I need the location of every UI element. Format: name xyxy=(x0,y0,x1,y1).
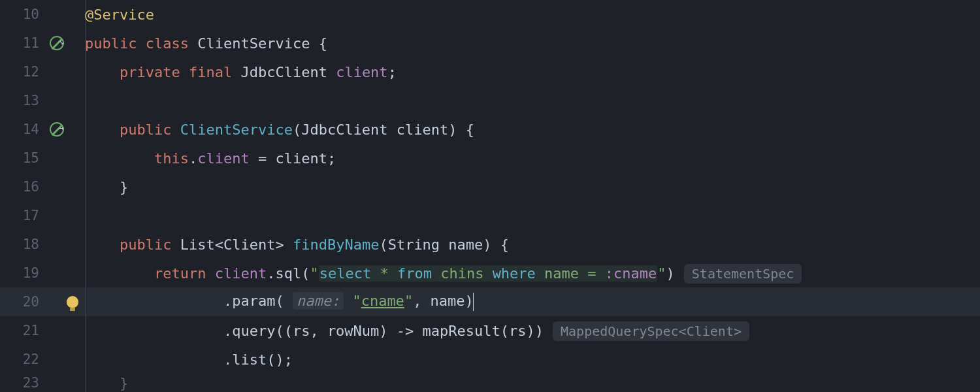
method-call: query xyxy=(232,323,275,339)
code-line[interactable]: 21 .query((rs, rowNum) -> mapResult(rs))… xyxy=(0,316,980,345)
code-text[interactable]: private final JdbcClient client; xyxy=(85,64,980,80)
intention-bulb-icon[interactable] xyxy=(67,296,78,308)
indent xyxy=(85,122,120,138)
field: client xyxy=(215,265,267,282)
code-line[interactable]: 13 xyxy=(0,86,980,115)
field: client xyxy=(197,150,249,167)
code-text[interactable]: .list(); xyxy=(85,351,980,368)
indent xyxy=(85,64,120,80)
brace: } xyxy=(120,179,128,195)
paren: ( xyxy=(379,237,387,253)
code-line[interactable]: 18 public List<Client> findByName(String… xyxy=(0,230,980,259)
type: JdbcClient xyxy=(240,64,327,80)
space xyxy=(344,293,352,309)
gutter-icon-slot[interactable] xyxy=(46,296,85,308)
line-number: 13 xyxy=(0,93,46,108)
code-text[interactable]: public class ClientService { xyxy=(85,35,980,52)
param: client xyxy=(388,122,449,138)
sql-text: name = xyxy=(536,265,605,282)
paren: ) xyxy=(666,265,675,282)
code-line[interactable]: 14 → public ClientService(JdbcClient cli… xyxy=(0,115,980,144)
keyword: class xyxy=(146,35,189,52)
code-text[interactable]: this.client = client; xyxy=(85,150,980,167)
type: String xyxy=(388,237,440,253)
paren-semi: (); xyxy=(267,351,293,368)
space xyxy=(327,64,336,80)
method-name: findByName xyxy=(293,237,379,253)
code-line[interactable]: 10 @Service xyxy=(0,0,980,29)
space xyxy=(206,265,214,282)
code-line[interactable]: 11 ↘ public class ClientService { xyxy=(0,29,980,57)
sql-keyword: select xyxy=(319,265,371,282)
indent xyxy=(85,150,154,167)
paren: ( xyxy=(301,265,310,282)
code-text[interactable]: } xyxy=(85,375,980,391)
line-number: 23 xyxy=(0,375,46,391)
code-text[interactable]: return client.sql("select * from chins w… xyxy=(85,265,980,282)
code-line[interactable]: 16 } xyxy=(0,172,980,201)
parameter-hint: name: xyxy=(293,292,344,310)
inlay-hint-type[interactable]: MappedQuerySpec<Client> xyxy=(553,321,749,341)
brace: { xyxy=(310,35,327,52)
indent xyxy=(85,375,120,391)
op: = xyxy=(250,150,276,167)
method-call: param xyxy=(232,293,275,309)
lambda: ((rs, rowNum) -> mapResult(rs)) xyxy=(275,323,544,339)
brace: ) { xyxy=(483,237,509,253)
param: name xyxy=(440,237,483,253)
semicolon: ; xyxy=(388,64,397,80)
subclass-arrow-icon: → xyxy=(59,123,64,133)
sql-injection: select * from chins where name = :cname xyxy=(319,265,658,282)
space xyxy=(180,64,189,80)
annotation: @Service xyxy=(85,7,154,23)
line-number: 15 xyxy=(0,150,46,166)
string-quote: " xyxy=(657,265,666,282)
code-text[interactable]: .param( name: "cname", name) xyxy=(85,293,980,311)
type: JdbcClient xyxy=(301,122,387,138)
line-number: 14 xyxy=(0,122,46,137)
code-editor[interactable]: 10 @Service 11 ↘ public class ClientServ… xyxy=(0,0,980,392)
paren: ( xyxy=(293,122,301,138)
keyword: return xyxy=(154,265,206,282)
keyword: this xyxy=(154,150,189,167)
line-number: 11 xyxy=(0,35,46,51)
gutter-icon-slot[interactable]: ↘ xyxy=(46,36,85,50)
angle: < xyxy=(215,237,223,253)
code-line[interactable]: 19 return client.sql("select * from chin… xyxy=(0,259,980,287)
space xyxy=(171,237,180,253)
code-text[interactable]: public ClientService(JdbcClient client) … xyxy=(85,122,980,138)
angle: > xyxy=(275,237,284,253)
code-line[interactable]: 12 private final JdbcClient client; xyxy=(0,57,980,86)
indent xyxy=(85,265,154,282)
line-number: 16 xyxy=(0,179,46,195)
keyword: public xyxy=(120,237,171,253)
code-text[interactable]: @Service xyxy=(85,7,980,23)
identifier: client xyxy=(275,150,327,167)
indent xyxy=(85,237,120,253)
code-line[interactable]: 22 .list(); xyxy=(0,345,980,374)
brace: } xyxy=(120,375,128,391)
gutter-icon-slot[interactable]: → xyxy=(46,122,85,137)
code-text[interactable]: public List<Client> findByName(String na… xyxy=(85,237,980,253)
line-number: 17 xyxy=(0,208,46,223)
code-text[interactable]: .query((rs, rowNum) -> mapResult(rs))Map… xyxy=(85,323,980,339)
code-text[interactable]: } xyxy=(85,179,980,195)
code-line[interactable]: 23 } xyxy=(0,374,980,392)
space xyxy=(284,237,293,253)
string-quote: " xyxy=(352,293,361,309)
inlay-hint-type[interactable]: StatementSpec xyxy=(684,264,802,284)
code-line[interactable]: 17 xyxy=(0,201,980,230)
space xyxy=(189,35,197,52)
line-number: 19 xyxy=(0,265,46,281)
paren: ) xyxy=(465,293,474,309)
sql-keyword: where xyxy=(493,265,536,282)
type: Client xyxy=(223,237,275,253)
keyword: public xyxy=(120,122,171,138)
code-line[interactable]: 15 this.client = client; xyxy=(0,144,980,172)
space xyxy=(232,64,240,80)
line-number: 10 xyxy=(0,7,46,22)
method-call: list xyxy=(232,351,267,368)
code-line-current[interactable]: 20 .param( name: "cname", name) xyxy=(0,287,980,316)
keyword: final xyxy=(189,64,232,80)
line-number: 22 xyxy=(0,351,46,367)
